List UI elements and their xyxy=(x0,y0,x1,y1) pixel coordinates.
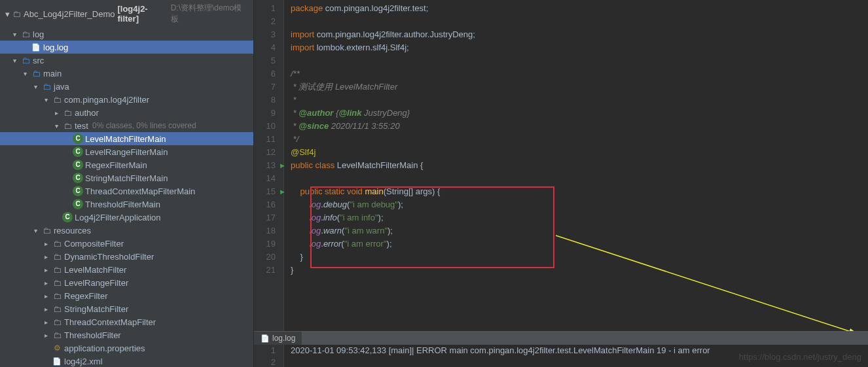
tree-label: CompositeFilter xyxy=(64,239,124,249)
tree-item[interactable]: RegexFilterMain xyxy=(0,158,253,171)
tree-label: Log4j2FilterApplication xyxy=(75,213,161,222)
tree-item[interactable]: LevelMatchFilterMain xyxy=(0,132,253,145)
tree-label: RegexFilter xyxy=(64,291,107,301)
folder-icon xyxy=(52,277,62,288)
tree-item[interactable]: log4j2.xml xyxy=(0,355,253,367)
code-content[interactable]: package com.pingan.log4j2filter.test;imp… xyxy=(284,0,868,331)
editor-area: 123456789101112131415161718192021 packag… xyxy=(254,0,868,367)
tree-item[interactable]: Log4j2FilterApplication xyxy=(0,211,253,224)
tree-item[interactable]: StringMatchFilterMain xyxy=(0,171,253,184)
class-icon xyxy=(73,160,83,170)
tree-item[interactable]: ▾com.pingan.log4j2filter xyxy=(0,93,253,106)
expand-icon: ▾ xyxy=(52,122,60,130)
expand-icon: ▾ xyxy=(31,83,39,90)
tree-item[interactable]: ▸CompositeFilter xyxy=(0,237,253,250)
folder-icon xyxy=(52,251,62,262)
expand-icon: ▸ xyxy=(42,319,50,326)
tree-label: ThresholdFilter xyxy=(64,330,121,340)
folder-icon xyxy=(52,264,62,275)
folder-icon xyxy=(12,9,21,19)
tree-item[interactable]: ▸LevelMatchFilter xyxy=(0,263,253,276)
tree-item[interactable]: ▾java xyxy=(0,80,253,93)
expand-icon: ▸ xyxy=(42,332,50,339)
prop-icon xyxy=(52,343,62,353)
tree-item[interactable]: ▾log xyxy=(0,27,253,41)
project-tree[interactable]: ▾loglog.log▾src▾main▾java▾com.pingan.log… xyxy=(0,27,253,367)
tree-item[interactable]: ▾test0% classes, 0% lines covered xyxy=(0,119,253,132)
pkg-icon xyxy=(62,120,73,131)
tree-item[interactable]: ▸ThresholdFilter xyxy=(0,328,253,341)
tree-label: RegexFilterMain xyxy=(85,160,147,170)
tree-item[interactable]: ▸RegexFilter xyxy=(0,289,253,302)
tree-label: test xyxy=(75,121,88,131)
tree-label: java xyxy=(54,82,69,92)
tree-label: StringMatchFilterMain xyxy=(85,173,168,183)
folder-icon xyxy=(52,317,62,327)
tree-item[interactable]: ▸author xyxy=(0,106,253,119)
tree-label: ThreadContextMapFilterMain xyxy=(85,186,195,196)
class-icon xyxy=(62,212,73,222)
coverage-hint: 0% classes, 0% lines covered xyxy=(92,121,196,130)
tree-label: application.properties xyxy=(64,343,145,353)
folder-icon xyxy=(52,304,62,314)
expand-icon: ▸ xyxy=(42,253,50,260)
project-module: [log4j2-filter] xyxy=(117,4,168,24)
log-icon xyxy=(261,334,270,343)
tree-item[interactable]: ThreadContextMapFilterMain xyxy=(0,184,253,198)
log-gutter: 12 xyxy=(254,345,284,367)
tree-label: ThreadContextMapFilter xyxy=(64,317,156,327)
tree-item[interactable]: ▸ThreadContextMapFilter xyxy=(0,315,253,328)
expand-icon: ▾ xyxy=(10,57,18,64)
folder-icon xyxy=(52,330,62,340)
tree-item[interactable]: LevelRangeFilterMain xyxy=(0,145,253,158)
tree-item[interactable]: ▾src xyxy=(0,54,253,67)
tree-label: StringMatchFilter xyxy=(64,304,128,314)
xml-icon xyxy=(52,356,62,366)
tree-label: DynamicThresholdFilter xyxy=(64,252,154,262)
folder-icon xyxy=(41,225,52,236)
tree-label: LevelRangeFilterMain xyxy=(85,147,168,157)
project-title[interactable]: ▾ Abc_Log4j2Filter_Demo [log4j2-filter] … xyxy=(0,0,253,27)
tree-item[interactable]: ▾main xyxy=(0,67,253,80)
expand-icon: ▸ xyxy=(42,279,50,287)
folder-icon xyxy=(52,290,62,301)
tree-label: LevelMatchFilter xyxy=(64,265,126,275)
folder-icon xyxy=(20,29,31,39)
tree-item[interactable]: log.log xyxy=(0,41,253,54)
tree-label: LevelRangeFilter xyxy=(64,278,128,288)
expand-icon: ▸ xyxy=(42,266,50,273)
tree-item[interactable]: ▾resources xyxy=(0,224,253,237)
code-editor[interactable]: 123456789101112131415161718192021 packag… xyxy=(254,0,868,331)
pkg-icon xyxy=(52,94,62,105)
expand-icon: ▾ xyxy=(10,31,18,38)
class-icon xyxy=(73,147,83,157)
expand-icon: ▾ xyxy=(42,96,50,103)
tree-label: log.log xyxy=(43,43,68,52)
class-icon xyxy=(73,173,83,183)
folder-blue-icon xyxy=(41,81,52,92)
expand-icon: ▸ xyxy=(42,240,50,247)
tree-item[interactable]: ThresholdFilterMain xyxy=(0,198,253,211)
tree-item[interactable]: ▸DynamicThresholdFilter xyxy=(0,250,253,263)
project-path: D:\资料整理\demo模板 xyxy=(171,3,248,25)
tree-label: ThresholdFilterMain xyxy=(85,200,160,209)
tree-label: main xyxy=(43,69,62,79)
pkg-icon xyxy=(62,107,73,118)
folder-blue-icon xyxy=(31,68,41,79)
project-name: Abc_Log4j2Filter_Demo xyxy=(24,9,115,19)
tree-label: src xyxy=(33,56,44,65)
tree-item[interactable]: ▸LevelRangeFilter xyxy=(0,276,253,289)
class-icon xyxy=(73,133,83,144)
tree-label: log xyxy=(33,29,44,39)
line-gutter: 123456789101112131415161718192021 xyxy=(254,0,284,331)
chevron-down-icon: ▾ xyxy=(5,9,10,19)
output-tab-log[interactable]: log.log xyxy=(254,332,302,345)
tree-label: com.pingan.log4j2filter xyxy=(64,95,149,105)
folder-blue-icon xyxy=(20,55,31,65)
output-tabs: log.log xyxy=(254,332,868,345)
tree-item[interactable]: ▸StringMatchFilter xyxy=(0,302,253,315)
class-icon xyxy=(73,186,83,196)
log-icon xyxy=(31,42,41,52)
tab-label: log.log xyxy=(272,334,295,343)
tree-item[interactable]: application.properties xyxy=(0,341,253,355)
